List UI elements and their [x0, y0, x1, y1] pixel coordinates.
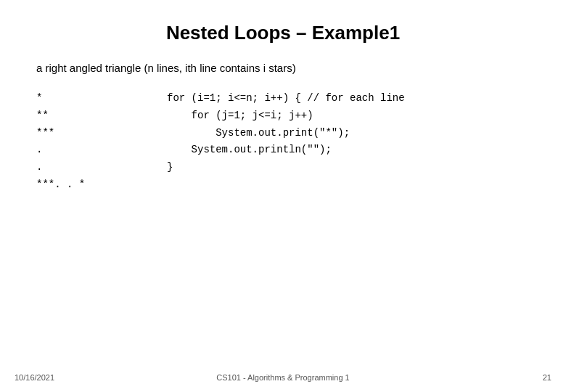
left-line-5: .	[36, 159, 123, 176]
left-line-6: ***. . *	[36, 176, 123, 194]
right-line-2: for (j=1; j<=i; j++)	[167, 107, 530, 125]
left-line-3: ***	[36, 125, 123, 142]
footer-date: 10/16/2021	[15, 373, 54, 382]
right-line-5: }	[167, 159, 530, 176]
left-panel: * ** *** . . ***. . *	[36, 90, 123, 194]
content-area: * ** *** . . ***. . * for (i=1; i<=n; i+…	[36, 90, 530, 194]
footer-course: CS101 - Algorithms & Programming 1	[216, 373, 349, 382]
slide: Nested Loops – Example1 a right angled t…	[0, 0, 566, 392]
right-line-4: System.out.println("");	[167, 142, 530, 159]
slide-title: Nested Loops – Example1	[36, 22, 530, 44]
slide-subtitle: a right angled triangle (n lines, ith li…	[36, 62, 530, 74]
right-line-3: System.out.print("*");	[167, 125, 530, 142]
left-line-4: .	[36, 142, 123, 159]
footer-page: 21	[543, 373, 551, 382]
right-line-1: for (i=1; i<=n; i++) { // for each line	[167, 90, 530, 107]
left-line-1: *	[36, 90, 123, 107]
right-panel: for (i=1; i<=n; i++) { // for each line …	[167, 90, 530, 194]
footer: 10/16/2021 CS101 - Algorithms & Programm…	[0, 373, 566, 382]
left-line-2: **	[36, 107, 123, 125]
